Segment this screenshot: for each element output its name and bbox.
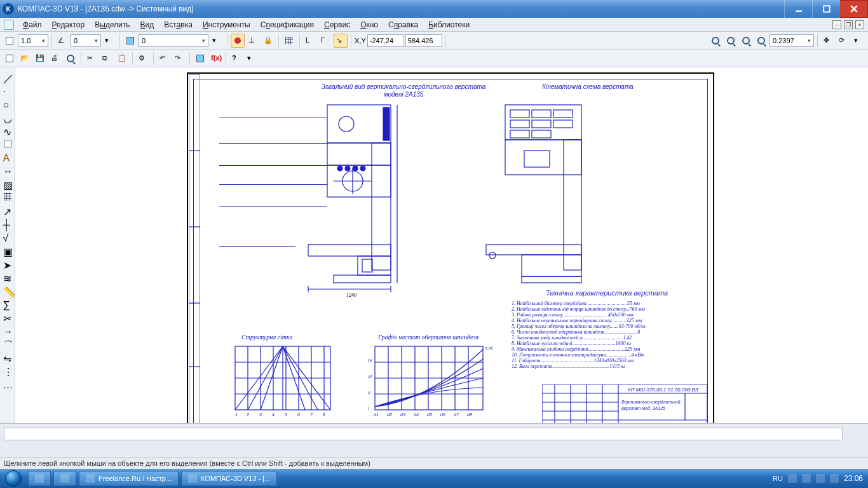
view-arrow-tool[interactable]: ➤ (1, 257, 14, 270)
roughness-tool[interactable]: √ (1, 231, 14, 243)
menu-tools[interactable]: Инструменты (198, 19, 255, 30)
edit-mirror-tool[interactable]: ⇋ (1, 351, 14, 363)
variables-button[interactable]: f(x) (208, 51, 222, 65)
redraw-button[interactable]: ⟳ (836, 34, 850, 48)
layers-icon[interactable] (123, 34, 137, 48)
menu-view[interactable]: Вид (135, 19, 159, 30)
command-input[interactable] (4, 428, 843, 440)
geom-arc-tool[interactable]: ◡ (1, 111, 14, 123)
svg-point-15 (360, 166, 365, 171)
window-maximize-button[interactable] (812, 0, 840, 18)
view-more-button[interactable]: ▾ (851, 34, 865, 48)
tray-icon[interactable] (802, 474, 811, 483)
copy-button[interactable]: ⧉ (100, 51, 114, 65)
mdi-minimize-button[interactable]: – (832, 20, 841, 29)
pan-button[interactable]: ✥ (821, 34, 835, 48)
text-tool[interactable]: A (1, 151, 14, 163)
window-minimize-button[interactable] (784, 0, 812, 18)
zoom-all-button[interactable] (754, 34, 768, 48)
edit-array-tool[interactable]: ⋮⋮ (1, 364, 14, 377)
lib-manager-button[interactable] (193, 51, 207, 65)
geom-point-tool[interactable]: · (1, 84, 14, 97)
network-icon[interactable] (816, 474, 825, 483)
new-doc-button[interactable] (3, 51, 17, 65)
properties-button[interactable]: ⚙ (136, 51, 150, 65)
snap-button[interactable] (3, 34, 17, 48)
coords-dyn-button[interactable]: ↘ (334, 34, 348, 48)
print-button[interactable]: 🖨 (48, 51, 62, 65)
help-button[interactable]: ? (229, 51, 243, 65)
zoom-in-button[interactable] (709, 34, 722, 48)
svg-text:1240: 1240 (346, 292, 356, 298)
edit-fillet-tool[interactable]: ⌒ (1, 337, 14, 350)
menu-help[interactable]: Справка (383, 19, 423, 30)
base-tool[interactable]: ▣ (1, 244, 14, 257)
preview-button[interactable] (64, 51, 78, 65)
mdi-restore-button[interactable]: ❐ (844, 20, 853, 29)
geom-line-tool[interactable]: ／ (1, 71, 14, 83)
lock-a-button[interactable]: 🔒 (261, 34, 275, 48)
menu-window[interactable]: Окно (355, 19, 383, 30)
taskbar-item-kompas[interactable]: КОМПАС-3D V13 - [... (181, 471, 277, 486)
tray-clock[interactable]: 23:06 (844, 474, 863, 483)
menu-file[interactable]: Файл (18, 19, 47, 30)
coord-x-field[interactable]: -247.24 (367, 34, 404, 47)
tray-icon[interactable] (788, 474, 797, 483)
table-tool[interactable] (1, 191, 14, 203)
redo-button[interactable]: ↷ (172, 51, 186, 65)
orth-button[interactable]: ⊥ (246, 34, 260, 48)
layer-combo[interactable]: 0▾ (139, 34, 208, 47)
language-indicator[interactable]: RU (773, 475, 783, 482)
status-bar: Щелкните левой кнопкой мыши на объекте д… (0, 458, 868, 469)
parametric-tool[interactable]: ∑ (1, 297, 14, 310)
help-more-button[interactable]: ▾ (245, 51, 259, 65)
coords-lcs-button[interactable]: L (303, 34, 317, 48)
window-close-button[interactable] (840, 0, 868, 18)
menu-insert[interactable]: Вставка (159, 19, 198, 30)
edit-extend-tool[interactable]: → (1, 324, 14, 337)
save-button[interactable]: 💾 (33, 51, 47, 65)
zoom-window-button[interactable] (724, 34, 738, 48)
angle-icon[interactable]: ∠ (55, 34, 69, 48)
layer-more-button[interactable]: ▾ (210, 34, 224, 48)
magnet-snap-button[interactable] (231, 34, 245, 48)
menu-spec[interactable]: Спецификация (255, 19, 319, 30)
paste-button[interactable]: 📋 (115, 51, 129, 65)
step-combo[interactable]: 1.0▾ (18, 34, 48, 47)
hatch-tool[interactable]: ▨ (1, 177, 14, 190)
taskbar-explorer[interactable] (53, 471, 76, 486)
edit-trim-tool[interactable]: ✂ (1, 311, 14, 323)
menu-libraries[interactable]: Библиотеки (423, 19, 475, 30)
break-tool[interactable]: ≋ (1, 271, 14, 283)
drawing-canvas[interactable]: Загальний вид вертикально-свердлильного … (15, 67, 868, 423)
menu-bar: Файл Редактор Выделить Вид Вставка Инстр… (0, 18, 868, 32)
cut-button[interactable]: ✂ (85, 51, 98, 65)
open-button[interactable]: 📂 (18, 51, 32, 65)
taskbar-item-freelance[interactable]: Freelance.Ru / Настр... (79, 471, 179, 486)
axis-tool[interactable]: ┼ (1, 217, 14, 230)
start-button[interactable] (0, 469, 27, 488)
mdi-close-button[interactable]: × (855, 20, 864, 29)
leader-tool[interactable]: ↗ (1, 204, 14, 217)
zoom-prev-button[interactable] (739, 34, 753, 48)
dimension-tool[interactable]: ↔ (1, 164, 14, 177)
menu-editor[interactable]: Редактор (47, 19, 90, 30)
volume-icon[interactable] (830, 474, 839, 483)
geom-circle-tool[interactable]: ○ (1, 97, 14, 110)
undo-button[interactable]: ↶ (157, 51, 171, 65)
menu-service[interactable]: Сервис (319, 19, 355, 30)
coord-y-field[interactable]: 584.426 (405, 34, 442, 47)
svg-text:2: 2 (246, 412, 249, 417)
zoom-combo[interactable]: 0.2397▾ (770, 34, 814, 47)
menu-select[interactable]: Выделить (90, 19, 135, 30)
geom-spline-tool[interactable]: ∿ (1, 124, 14, 137)
coords-gcs-button[interactable]: Г (318, 34, 332, 48)
angle-more-button[interactable]: ▾ (102, 34, 116, 48)
measure-tool[interactable]: 📏 (1, 284, 14, 297)
svg-text:d1: d1 (374, 412, 379, 417)
geom-rect-tool[interactable] (1, 137, 14, 150)
angle-combo[interactable]: 0▾ (71, 34, 101, 47)
grid-toggle-button[interactable] (282, 34, 296, 48)
taskbar-ie[interactable] (28, 471, 51, 486)
more-tools[interactable]: … (1, 377, 14, 390)
